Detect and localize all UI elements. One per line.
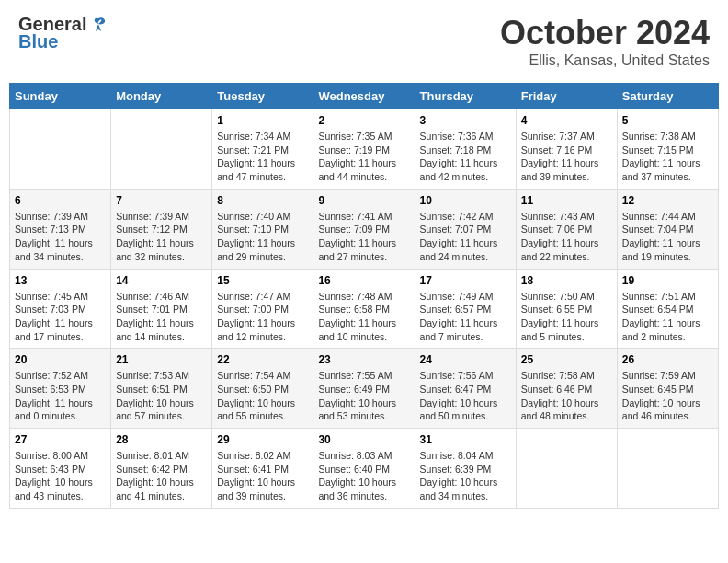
calendar-cell: 29Sunrise: 8:02 AM Sunset: 6:41 PM Dayli… [212,429,313,509]
day-info: Sunrise: 8:00 AM Sunset: 6:43 PM Dayligh… [15,449,106,503]
day-info: Sunrise: 7:36 AM Sunset: 7:18 PM Dayligh… [420,130,511,184]
day-info: Sunrise: 7:39 AM Sunset: 7:12 PM Dayligh… [116,210,207,264]
calendar-cell: 23Sunrise: 7:55 AM Sunset: 6:49 PM Dayli… [313,349,415,429]
header-day-friday: Friday [516,84,617,109]
day-info: Sunrise: 7:53 AM Sunset: 6:51 PM Dayligh… [116,369,207,423]
calendar-cell [516,429,617,509]
calendar-cell: 11Sunrise: 7:43 AM Sunset: 7:06 PM Dayli… [516,189,617,269]
day-info: Sunrise: 7:50 AM Sunset: 6:55 PM Dayligh… [521,290,612,344]
day-number: 18 [521,274,612,287]
day-number: 10 [420,194,511,207]
header-day-saturday: Saturday [617,84,718,109]
day-number: 31 [420,433,511,446]
header-day-wednesday: Wednesday [313,84,415,109]
day-number: 6 [15,194,106,207]
day-info: Sunrise: 8:02 AM Sunset: 6:41 PM Dayligh… [217,449,308,503]
day-number: 29 [217,433,308,446]
day-info: Sunrise: 7:47 AM Sunset: 7:00 PM Dayligh… [217,290,308,344]
day-number: 20 [15,353,106,366]
day-number: 25 [521,353,612,366]
day-number: 8 [217,194,308,207]
day-number: 4 [521,114,612,127]
page-header: General Blue October 2024 Ellis, Kansas,… [9,9,719,74]
header-day-tuesday: Tuesday [212,84,313,109]
day-number: 11 [521,194,612,207]
calendar-cell [10,109,111,190]
day-info: Sunrise: 7:49 AM Sunset: 6:57 PM Dayligh… [420,290,511,344]
calendar-cell: 10Sunrise: 7:42 AM Sunset: 7:07 PM Dayli… [415,189,516,269]
header-row: SundayMondayTuesdayWednesdayThursdayFrid… [10,84,719,109]
logo: General Blue [18,14,108,52]
day-info: Sunrise: 7:44 AM Sunset: 7:04 PM Dayligh… [622,210,713,264]
day-info: Sunrise: 7:39 AM Sunset: 7:13 PM Dayligh… [15,210,106,264]
calendar-cell: 31Sunrise: 8:04 AM Sunset: 6:39 PM Dayli… [415,429,516,509]
day-number: 15 [217,274,308,287]
day-number: 27 [15,433,106,446]
day-number: 5 [622,114,713,127]
day-number: 19 [622,274,713,287]
day-info: Sunrise: 7:46 AM Sunset: 7:01 PM Dayligh… [116,290,207,344]
day-info: Sunrise: 7:56 AM Sunset: 6:47 PM Dayligh… [420,369,511,423]
calendar-cell: 22Sunrise: 7:54 AM Sunset: 6:50 PM Dayli… [212,349,313,429]
day-info: Sunrise: 7:48 AM Sunset: 6:58 PM Dayligh… [318,290,409,344]
week-row-5: 27Sunrise: 8:00 AM Sunset: 6:43 PM Dayli… [10,429,719,509]
day-number: 30 [318,433,409,446]
calendar-cell [617,429,718,509]
day-info: Sunrise: 7:59 AM Sunset: 6:45 PM Dayligh… [622,369,713,423]
calendar-header: SundayMondayTuesdayWednesdayThursdayFrid… [10,84,719,109]
day-info: Sunrise: 7:45 AM Sunset: 7:03 PM Dayligh… [15,290,106,344]
day-info: Sunrise: 7:52 AM Sunset: 6:53 PM Dayligh… [15,369,106,423]
calendar-cell: 28Sunrise: 8:01 AM Sunset: 6:42 PM Dayli… [111,429,212,509]
day-number: 2 [318,114,409,127]
day-number: 23 [318,353,409,366]
logo-blue-text: Blue [18,31,58,52]
day-number: 16 [318,274,409,287]
day-number: 14 [116,274,207,287]
calendar-table: SundayMondayTuesdayWednesdayThursdayFrid… [9,83,719,509]
calendar-body: 1Sunrise: 7:34 AM Sunset: 7:21 PM Daylig… [10,109,719,509]
day-number: 28 [116,433,207,446]
calendar-cell: 8Sunrise: 7:40 AM Sunset: 7:10 PM Daylig… [212,189,313,269]
calendar-cell [111,109,212,190]
day-number: 21 [116,353,207,366]
day-info: Sunrise: 7:35 AM Sunset: 7:19 PM Dayligh… [318,130,409,184]
calendar-cell: 9Sunrise: 7:41 AM Sunset: 7:09 PM Daylig… [313,189,415,269]
week-row-4: 20Sunrise: 7:52 AM Sunset: 6:53 PM Dayli… [10,349,719,429]
month-title: October 2024 [500,14,710,52]
calendar-cell: 3Sunrise: 7:36 AM Sunset: 7:18 PM Daylig… [415,109,516,190]
title-section: October 2024 Ellis, Kansas, United State… [500,14,710,69]
header-day-thursday: Thursday [415,84,516,109]
day-number: 24 [420,353,511,366]
calendar-cell: 2Sunrise: 7:35 AM Sunset: 7:19 PM Daylig… [313,109,415,190]
week-row-1: 1Sunrise: 7:34 AM Sunset: 7:21 PM Daylig… [10,109,719,190]
day-info: Sunrise: 8:01 AM Sunset: 6:42 PM Dayligh… [116,449,207,503]
calendar-cell: 30Sunrise: 8:03 AM Sunset: 6:40 PM Dayli… [313,429,415,509]
calendar-cell: 25Sunrise: 7:58 AM Sunset: 6:46 PM Dayli… [516,349,617,429]
day-info: Sunrise: 7:42 AM Sunset: 7:07 PM Dayligh… [420,210,511,264]
day-info: Sunrise: 7:54 AM Sunset: 6:50 PM Dayligh… [217,369,308,423]
calendar-cell: 27Sunrise: 8:00 AM Sunset: 6:43 PM Dayli… [10,429,111,509]
day-info: Sunrise: 7:38 AM Sunset: 7:15 PM Dayligh… [622,130,713,184]
calendar-cell: 16Sunrise: 7:48 AM Sunset: 6:58 PM Dayli… [313,269,415,349]
day-info: Sunrise: 7:58 AM Sunset: 6:46 PM Dayligh… [521,369,612,423]
location-text: Ellis, Kansas, United States [500,52,710,69]
calendar-cell: 15Sunrise: 7:47 AM Sunset: 7:00 PM Dayli… [212,269,313,349]
day-number: 13 [15,274,106,287]
week-row-2: 6Sunrise: 7:39 AM Sunset: 7:13 PM Daylig… [10,189,719,269]
day-info: Sunrise: 7:55 AM Sunset: 6:49 PM Dayligh… [318,369,409,423]
day-number: 7 [116,194,207,207]
day-number: 26 [622,353,713,366]
calendar-cell: 21Sunrise: 7:53 AM Sunset: 6:51 PM Dayli… [111,349,212,429]
day-info: Sunrise: 7:51 AM Sunset: 6:54 PM Dayligh… [622,290,713,344]
header-day-sunday: Sunday [10,84,111,109]
day-number: 3 [420,114,511,127]
calendar-cell: 12Sunrise: 7:44 AM Sunset: 7:04 PM Dayli… [617,189,718,269]
week-row-3: 13Sunrise: 7:45 AM Sunset: 7:03 PM Dayli… [10,269,719,349]
day-number: 12 [622,194,713,207]
calendar-cell: 5Sunrise: 7:38 AM Sunset: 7:15 PM Daylig… [617,109,718,190]
calendar-cell: 26Sunrise: 7:59 AM Sunset: 6:45 PM Dayli… [617,349,718,429]
calendar-cell: 19Sunrise: 7:51 AM Sunset: 6:54 PM Dayli… [617,269,718,349]
calendar-cell: 20Sunrise: 7:52 AM Sunset: 6:53 PM Dayli… [10,349,111,429]
day-info: Sunrise: 7:41 AM Sunset: 7:09 PM Dayligh… [318,210,409,264]
calendar-cell: 6Sunrise: 7:39 AM Sunset: 7:13 PM Daylig… [10,189,111,269]
